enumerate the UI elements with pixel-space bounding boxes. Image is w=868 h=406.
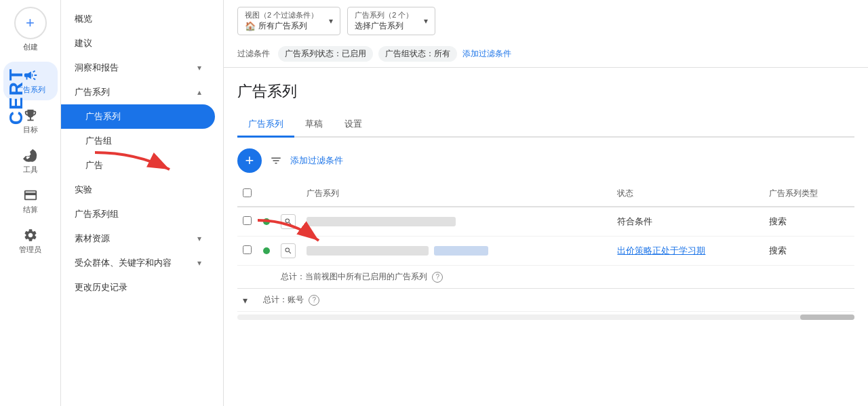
- page-title: 广告系列: [237, 81, 854, 102]
- row1-status-cell: 符合条件: [612, 207, 763, 237]
- th-campaign-name: 广告系列: [301, 181, 612, 207]
- row2-checkbox-cell: [237, 237, 258, 266]
- row1-search-icon[interactable]: [281, 214, 296, 229]
- create-button[interactable]: +: [14, 7, 47, 39]
- add-filter-link[interactable]: 添加过滤条件: [462, 48, 511, 60]
- nav-experiments[interactable]: 实验: [61, 178, 215, 202]
- th-type: 广告系列类型: [764, 181, 854, 207]
- help-icon-account[interactable]: ?: [309, 295, 319, 306]
- gear-icon: [22, 227, 39, 243]
- nav-campaign-groups[interactable]: 广告系列组: [61, 202, 215, 226]
- chevron-up-icon: ▴: [197, 87, 201, 97]
- chevron-down-view: ▾: [329, 16, 333, 26]
- row2-status-link[interactable]: 出价策略正处于学习期: [617, 245, 705, 256]
- row1-type-cell: 搜索: [764, 207, 854, 237]
- row1-name-blurred: [307, 217, 456, 226]
- expand-account-chevron[interactable]: ▾: [243, 295, 248, 306]
- trophy-icon: [22, 107, 39, 123]
- sidebar-item-tools[interactable]: 工具: [3, 142, 58, 180]
- row1-checkbox-cell: [237, 207, 258, 237]
- total-account-row: ▾ 总计：账号 ?: [237, 289, 854, 312]
- plus-icon: +: [26, 16, 35, 31]
- campaign-dropdown[interactable]: 广告系列（2 个） 选择广告系列 ▾: [347, 7, 435, 35]
- tab-campaigns[interactable]: 广告系列: [237, 113, 294, 138]
- filter-bar: 视图（2 个过滤条件） 🏠 所有广告系列 ▾ 广告系列（2 个） 选择广告系列: [224, 0, 868, 68]
- row1-name-cell: [301, 207, 612, 237]
- sidebar-item-admin[interactable]: 管理员: [3, 222, 58, 260]
- row2-search-icon-cell: [275, 237, 301, 266]
- credit-card-icon: [22, 187, 39, 203]
- row2-dot-cell: [258, 237, 275, 266]
- view-dropdown[interactable]: 视图（2 个过滤条件） 🏠 所有广告系列 ▾: [237, 7, 340, 35]
- th-status: 状态: [612, 181, 763, 207]
- chevron-down-campaign: ▾: [424, 16, 428, 26]
- campaign-dropdown-label: 广告系列（2 个）: [355, 10, 413, 20]
- total-account-label: 总计：账号: [263, 295, 304, 304]
- filter-button[interactable]: [270, 155, 282, 167]
- sidebar: + 创建 广告系列 目标: [0, 0, 61, 406]
- th-search-icon: [275, 181, 301, 207]
- chip-adgroup-status[interactable]: 广告组状态：所有: [378, 46, 457, 62]
- chevron-down-icon-audiences: ▾: [197, 258, 201, 268]
- chevron-down-icon-assets: ▾: [197, 234, 201, 243]
- table-toolbar: + 添加过滤条件: [237, 148, 854, 173]
- th-dot: [258, 181, 275, 207]
- megaphone-icon: [22, 67, 39, 83]
- row2-search-icon[interactable]: [281, 243, 296, 258]
- table-header-row: 广告系列 状态 广告系列类型: [237, 181, 854, 207]
- nav-adgroups[interactable]: 广告组: [61, 129, 215, 153]
- sidebar-item-goals[interactable]: 目标: [3, 102, 58, 140]
- house-icon: 🏠: [245, 21, 256, 31]
- total-row: 总计：当前视图中所有已启用的广告系列 ?: [237, 266, 854, 289]
- sidebar-campaigns-label: 广告系列: [16, 85, 45, 95]
- nav-ads[interactable]: 广告: [61, 153, 215, 178]
- view-dropdown-label: 视图（2 个过滤条件）: [245, 10, 318, 20]
- table-scroll: 广告系列 状态 广告系列类型: [237, 181, 854, 320]
- campaign-dropdown-value: 选择广告系列: [355, 20, 403, 32]
- plus-icon-btn: +: [245, 152, 254, 169]
- total-label: 总计：当前视图中所有已启用的广告系列: [281, 272, 427, 281]
- row2-type-cell: 搜索: [764, 237, 854, 266]
- tabs: 广告系列 草稿 设置: [237, 113, 854, 138]
- sidebar-item-campaigns[interactable]: 广告系列: [3, 62, 58, 100]
- sidebar-admin-label: 管理员: [19, 245, 41, 255]
- sidebar-billing-label: 结算: [23, 205, 38, 215]
- nav-insights[interactable]: 洞察和报告 ▾: [61, 56, 215, 80]
- campaigns-table: 广告系列 状态 广告系列类型: [237, 181, 854, 312]
- tab-drafts[interactable]: 草稿: [294, 113, 334, 138]
- nav-campaigns-group[interactable]: 广告系列 ▴: [61, 80, 215, 104]
- row2-status-dot: [263, 247, 270, 254]
- help-icon-total[interactable]: ?: [432, 272, 443, 283]
- sidebar-item-billing[interactable]: 结算: [3, 182, 58, 220]
- add-campaign-button[interactable]: +: [237, 148, 262, 173]
- sidebar-tools-label: 工具: [23, 165, 38, 175]
- row2-checkbox[interactable]: [243, 245, 252, 254]
- row2-status-cell: 出价策略正处于学习期: [612, 237, 763, 266]
- nav-overview[interactable]: 概览: [61, 7, 215, 31]
- row2-name-cell: [301, 237, 612, 266]
- nav-suggestions[interactable]: 建议: [61, 31, 215, 56]
- content-area: 广告系列 广告系列 草稿 设置 + 添加过滤条件: [224, 68, 868, 406]
- row1-status-dot: [263, 218, 270, 225]
- nav-campaigns-item[interactable]: 广告系列: [61, 104, 215, 129]
- scroll-thumb[interactable]: [800, 314, 854, 320]
- chip-campaign-status[interactable]: 广告系列状态：已启用: [278, 46, 373, 62]
- add-filter-text[interactable]: 添加过滤条件: [290, 155, 343, 167]
- th-checkbox: [237, 181, 258, 207]
- nav-audiences[interactable]: 受众群体、关键字和内容 ▾: [61, 251, 215, 275]
- sidebar-goals-label: 目标: [23, 125, 38, 135]
- chevron-down-icon: ▾: [197, 63, 201, 73]
- row2-name-blurred2: [434, 246, 488, 256]
- tab-settings[interactable]: 设置: [334, 113, 373, 138]
- nav-panel: 概览 建议 洞察和报告 ▾ 广告系列 ▴ 广告系列 广告组 广告 实验 广告系列…: [61, 0, 224, 406]
- nav-assets[interactable]: 素材资源 ▾: [61, 226, 215, 251]
- select-all-checkbox[interactable]: [243, 188, 252, 197]
- row1-checkbox[interactable]: [243, 216, 252, 225]
- main-content: 视图（2 个过滤条件） 🏠 所有广告系列 ▾ 广告系列（2 个） 选择广告系列: [224, 0, 868, 406]
- create-label: 创建: [23, 42, 38, 52]
- table-row: 出价策略正处于学习期 搜索: [237, 237, 854, 266]
- view-dropdown-value: 所有广告系列: [258, 20, 307, 32]
- table-row: 符合条件 搜索: [237, 207, 854, 237]
- nav-history[interactable]: 更改历史记录: [61, 275, 215, 300]
- wrench-icon: [22, 147, 39, 163]
